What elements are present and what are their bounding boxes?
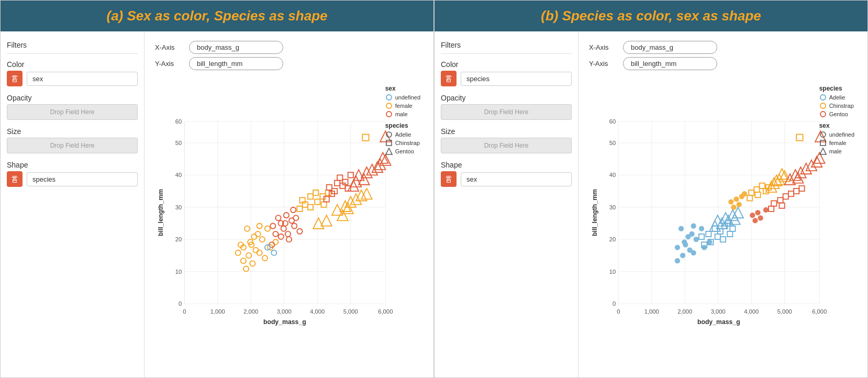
legend-item-undefined-b: undefined [819,131,854,138]
svg-text:0: 0 [617,308,620,315]
legend-item-chinstrap-a: Chinstrap [385,139,420,147]
svg-point-202 [755,210,760,215]
legend-item-male-a: male [385,110,420,118]
color-label-b: Color [441,56,572,71]
svg-point-113 [386,112,392,117]
shape-label-a: Shape [7,157,138,171]
legend-triangle-male-b [819,148,827,155]
svg-point-33 [257,224,262,229]
svg-point-185 [731,205,736,210]
legend-label-male-a: male [395,111,408,117]
svg-point-114 [386,132,392,137]
svg-point-62 [273,231,278,237]
svg-rect-228 [820,140,826,146]
svg-point-49 [236,250,241,255]
svg-text:20: 20 [609,236,616,242]
panel-a: (a) Sex as color, Species as shape Filte… [0,0,434,378]
svg-text:4,000: 4,000 [310,308,325,315]
svg-point-52 [284,213,289,218]
svg-rect-170 [727,231,732,237]
svg-text:30: 30 [609,204,616,210]
svg-point-36 [255,231,260,237]
shape-field-b: sex [461,172,572,186]
color-label-a: Color [7,56,138,71]
yaxis-input-a[interactable]: bill_length_mm [189,57,283,70]
svg-point-56 [281,226,286,231]
svg-point-149 [691,224,696,229]
svg-point-37 [265,226,270,231]
opacity-drop-a[interactable]: Drop Field Here [7,104,138,120]
svg-point-147 [678,226,684,231]
delete-color-b[interactable] [441,71,457,86]
yaxis-label-a: Y-Axis [155,60,184,68]
delete-shape-a[interactable] [7,171,23,187]
legend-circle-undefined-b [819,131,827,138]
svg-point-201 [750,213,755,218]
svg-point-157 [675,258,680,263]
legend-item-chinstrap-b: Chinstrap [819,102,854,109]
svg-point-44 [243,266,249,271]
svg-point-151 [675,244,680,250]
scatter-svg-a: 0 10 20 30 40 50 60 0 1,000 2,000 3,000 [155,80,423,367]
yaxis-row-a: Y-Axis bill_length_mm [155,57,423,70]
svg-point-39 [253,248,258,253]
delete-color-a[interactable] [7,71,23,86]
legend-item-gentoo-a: Gentoo [385,148,420,155]
legend-item-undefined-a: undefined [385,94,420,101]
svg-rect-71 [313,190,318,195]
xaxis-input-b[interactable]: body_mass_g [623,41,717,54]
filters-label-a: Filters [7,37,138,51]
svg-marker-89 [321,215,331,226]
legend-circle-adelie-b [819,94,827,101]
svg-point-31 [244,226,250,231]
trash-icon-color-b [444,74,453,83]
svg-point-225 [820,103,826,108]
svg-point-64 [293,215,298,220]
legend-b: species Adelie Chinstrap Gentoo sex [819,85,854,156]
size-drop-a[interactable]: Drop Field Here [7,138,138,153]
sidebar-b: Filters Color species Opacity Drop Field… [435,31,578,377]
legend-item-adelie-a: Adelie [385,131,420,138]
size-drop-b[interactable]: Drop Field Here [441,138,572,153]
xaxis-input-a[interactable]: body_mass_g [189,41,283,54]
svg-rect-210 [794,188,799,194]
opacity-label-a: Opacity [7,90,138,104]
legend-triangle-gentoo-a [385,148,393,155]
svg-text:6,000: 6,000 [812,308,827,315]
shape-label-b: Shape [441,157,572,171]
svg-rect-189 [754,187,759,192]
legend-item-gentoo-b: Gentoo [819,110,854,118]
svg-point-55 [270,224,275,229]
legend-shape-title-b: sex [819,122,854,129]
svg-point-154 [694,237,699,242]
svg-point-204 [763,207,769,213]
opacity-drop-b[interactable]: Drop Field Here [441,104,572,120]
svg-text:50: 50 [609,140,616,146]
filters-label-b: Filters [441,37,572,51]
svg-text:60: 60 [175,118,182,125]
svg-text:1,000: 1,000 [210,308,225,315]
sidebar-a: Filters Color sex Opacity Drop Field Her… [1,31,144,377]
yaxis-input-b[interactable]: bill_length_mm [623,57,717,70]
svg-point-45 [250,261,255,266]
svg-point-182 [733,196,739,202]
svg-text:40: 40 [609,172,616,178]
svg-rect-222 [796,135,803,141]
legend-square-female-b [819,139,827,147]
svg-point-227 [820,132,826,137]
svg-rect-206 [771,201,776,206]
xaxis-row-b: X-Axis body_mass_g [589,41,857,54]
legend-circle-undefined-a [385,94,393,101]
legend-label-female-a: female [395,103,413,109]
legend-item-female-a: female [385,102,420,109]
delete-shape-b[interactable] [441,171,457,187]
size-label-b: Size [441,123,572,138]
svg-text:body_mass_g: body_mass_g [697,318,740,326]
svg-text:0: 0 [183,308,186,315]
svg-rect-213 [769,206,774,212]
svg-text:10: 10 [609,269,616,275]
svg-point-32 [251,234,257,239]
svg-rect-163 [706,231,711,237]
panel-a-body: Filters Color sex Opacity Drop Field Her… [1,31,433,377]
svg-rect-192 [755,192,760,197]
